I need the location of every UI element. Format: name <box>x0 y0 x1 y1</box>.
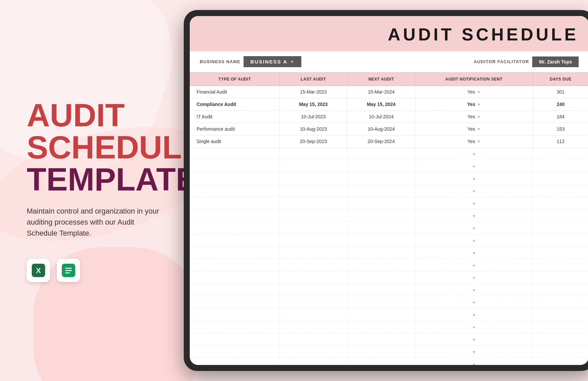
empty-row: ▼ <box>190 358 588 365</box>
title-line-1: AUDIT <box>27 99 174 131</box>
cell-last-audit: 15-Mar-2023 <box>280 86 347 98</box>
empty-row: ▼ <box>190 296 588 308</box>
empty-row: ▼ <box>190 346 588 358</box>
col-header-notification: AUDIT NOTIFICATION SENT <box>415 73 533 86</box>
schedule-table: TYPE OF AUDIT LAST AUDIT NEXT AUDIT AUDI… <box>190 73 588 365</box>
svg-rect-4 <box>65 270 72 271</box>
cell-days-due: 240 <box>533 98 588 111</box>
info-bar: BUSINESS NAME BUSINESS A ▼ AUDITOR FACIL… <box>190 51 588 73</box>
facilitator-label: AUDITOR FACILITATOR <box>474 59 529 64</box>
empty-row: ▼ <box>190 185 588 197</box>
business-name-label: BUSINESS NAME <box>200 59 240 64</box>
empty-row: ▼ <box>190 148 588 160</box>
title-line-2: SCHEDULE <box>27 131 174 163</box>
cell-type: Single audit <box>190 135 280 148</box>
svg-rect-5 <box>65 272 70 273</box>
empty-row: ▼ <box>190 271 588 284</box>
cell-type: IT Audit <box>190 111 280 123</box>
empty-row: ▼ <box>190 222 588 234</box>
excel-icon[interactable]: X <box>27 259 50 282</box>
col-header-type: TYPE OF AUDIT <box>190 73 280 86</box>
cell-notification: Yes▼ <box>415 111 533 123</box>
cell-type: Performance audit <box>190 123 280 135</box>
svg-text:X: X <box>36 266 41 274</box>
empty-row: ▼ <box>190 259 588 271</box>
col-header-next: NEXT AUDIT <box>347 73 415 86</box>
table-row: Performance audit10-Aug-202310-Aug-2024Y… <box>190 123 588 135</box>
cell-next-audit: 10-Jul-2024 <box>347 111 415 123</box>
cell-next-audit: May 15, 2024 <box>347 98 415 111</box>
empty-row: ▼ <box>190 333 588 346</box>
svg-rect-3 <box>65 268 72 269</box>
cell-days-due: 301 <box>533 86 588 98</box>
cell-type: Financial Audit <box>190 86 280 98</box>
cell-notification: Yes▼ <box>415 98 533 111</box>
empty-row: ▼ <box>190 247 588 259</box>
facilitator-value: Mr. Zarah Tops <box>532 56 579 67</box>
empty-row: ▼ <box>190 172 588 185</box>
cell-notification: Yes▼ <box>415 123 533 135</box>
subtitle-text: Maintain control and organization in you… <box>27 206 160 239</box>
empty-row: ▼ <box>190 234 588 247</box>
sheet-header: AUDIT SCHEDULE <box>190 16 588 51</box>
sheets-icon[interactable] <box>57 259 80 282</box>
table-row: Compliance AuditMay 15, 2023May 15, 2024… <box>190 98 588 111</box>
sheet-title: AUDIT SCHEDULE <box>200 24 579 44</box>
cell-notification: Yes▼ <box>415 135 533 148</box>
empty-row: ▼ <box>190 210 588 222</box>
business-dropdown-arrow: ▼ <box>290 59 295 64</box>
cell-next-audit: 10-Aug-2024 <box>347 123 415 135</box>
cell-last-audit: 10-Jul-2023 <box>280 111 347 123</box>
empty-row: ▼ <box>190 321 588 333</box>
table-row: IT Audit10-Jul-202310-Jul-2024Yes▼184 <box>190 111 588 123</box>
cell-notification: Yes▼ <box>415 86 533 98</box>
empty-row: ▼ <box>190 308 588 321</box>
business-name-value[interactable]: BUSINESS A ▼ <box>244 56 301 67</box>
cell-days-due: 153 <box>533 123 588 135</box>
cell-days-due: 112 <box>533 135 588 148</box>
left-panel: AUDIT SCHEDULE TEMPLATE Maintain control… <box>0 0 194 381</box>
table-header-row: TYPE OF AUDIT LAST AUDIT NEXT AUDIT AUDI… <box>190 73 588 86</box>
cell-next-audit: 15-Mar-2024 <box>347 86 415 98</box>
empty-row: ▼ <box>190 284 588 296</box>
table-row: Financial Audit15-Mar-202315-Mar-2024Yes… <box>190 86 588 98</box>
empty-row: ▼ <box>190 197 588 210</box>
spreadsheet: AUDIT SCHEDULE BUSINESS NAME BUSINESS A … <box>190 16 588 365</box>
cell-type: Compliance Audit <box>190 98 280 111</box>
cell-last-audit: 10-Aug-2023 <box>280 123 347 135</box>
tablet-frame: AUDIT SCHEDULE BUSINESS NAME BUSINESS A … <box>184 10 588 371</box>
tablet-container: AUDIT SCHEDULE BUSINESS NAME BUSINESS A … <box>184 10 588 371</box>
tablet-screen: AUDIT SCHEDULE BUSINESS NAME BUSINESS A … <box>190 16 588 365</box>
audit-table: TYPE OF AUDIT LAST AUDIT NEXT AUDIT AUDI… <box>190 73 588 365</box>
table-row: Single audit20-Sep-202320-Sep-2024Yes▼11… <box>190 135 588 148</box>
col-header-days: DAYS DUE <box>533 73 588 86</box>
cell-last-audit: May 15, 2023 <box>280 98 347 111</box>
col-header-last: LAST AUDIT <box>280 73 347 86</box>
cell-last-audit: 20-Sep-2023 <box>280 135 347 148</box>
app-icons-row: X <box>27 259 174 282</box>
empty-row: ▼ <box>190 160 588 172</box>
cell-days-due: 184 <box>533 111 588 123</box>
title-line-3: TEMPLATE <box>27 163 174 196</box>
main-title: AUDIT SCHEDULE TEMPLATE <box>27 99 174 196</box>
cell-next-audit: 20-Sep-2024 <box>347 135 415 148</box>
